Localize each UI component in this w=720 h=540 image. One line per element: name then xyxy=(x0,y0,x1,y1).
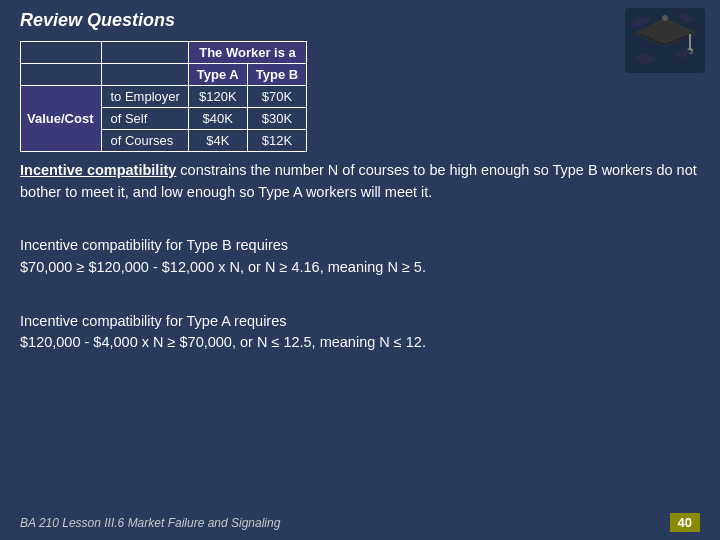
cell-self-typeA: $40K xyxy=(188,108,247,130)
paragraph-2: Incentive compatibility for Type B requi… xyxy=(20,214,700,279)
table-row: Value/Cost to Employer $120K $70K xyxy=(21,86,307,108)
table-subrow-empty1 xyxy=(21,64,102,86)
row-sub-label-self: of Self xyxy=(102,108,188,130)
cell-courses-typeB: $12K xyxy=(247,130,306,152)
row-sub-label-employer: to Employer xyxy=(102,86,188,108)
table-main-header: The Worker is a xyxy=(188,42,306,64)
footer: BA 210 Lesson III.6 Market Failure and S… xyxy=(0,513,720,532)
page-title: Review Questions xyxy=(20,10,175,31)
value-cost-table: The Worker is a Type A Type B Value/Cost… xyxy=(20,41,307,152)
data-table-wrapper: The Worker is a Type A Type B Value/Cost… xyxy=(20,41,700,152)
highlight-incentive-compatibility: Incentive compatibility xyxy=(20,162,176,178)
footer-page-number: 40 xyxy=(670,513,700,532)
paragraph-3-text: Incentive compatibility for Type A requi… xyxy=(20,313,426,351)
cell-employer-typeB: $70K xyxy=(247,86,306,108)
graduation-cap-icon xyxy=(625,8,705,73)
col-header-typeA: Type A xyxy=(188,64,247,86)
paragraph-2-text: Incentive compatibility for Type B requi… xyxy=(20,237,426,275)
row-sub-label-courses: of Courses xyxy=(102,130,188,152)
table-corner-empty xyxy=(21,42,102,64)
paragraph-1: Incentive compatibility constrains the n… xyxy=(20,160,700,204)
col-header-typeB: Type B xyxy=(247,64,306,86)
table-corner-empty2 xyxy=(102,42,188,64)
header: Review Questions xyxy=(20,10,700,31)
row-label-value-cost: Value/Cost xyxy=(21,86,102,152)
cell-courses-typeA: $4K xyxy=(188,130,247,152)
table-subrow-empty2 xyxy=(102,64,188,86)
paragraph-3: Incentive compatibility for Type A requi… xyxy=(20,289,700,354)
cell-self-typeB: $30K xyxy=(247,108,306,130)
cell-employer-typeA: $120K xyxy=(188,86,247,108)
svg-point-3 xyxy=(662,15,668,21)
footer-label: BA 210 Lesson III.6 Market Failure and S… xyxy=(20,516,280,530)
slide-container: Review Questions xyxy=(0,0,720,540)
